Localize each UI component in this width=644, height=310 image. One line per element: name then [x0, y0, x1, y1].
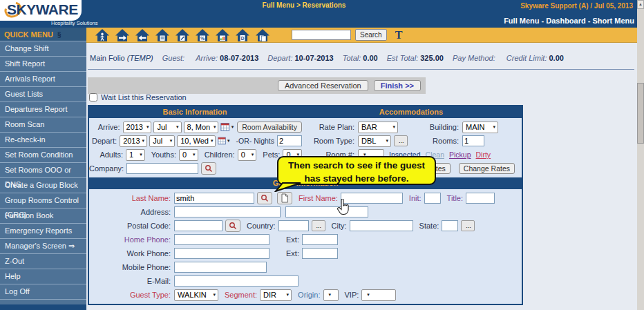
youths-select[interactable]: 0 [179, 149, 198, 161]
sidebar-item-group-rooms-control-grc[interactable]: Group Rooms Control (GRC) [0, 193, 86, 209]
top-header: SKYWARE Hospitality Solutions Full Menu … [0, 0, 644, 28]
depart-month-select[interactable]: Jul [149, 135, 175, 147]
state-input[interactable] [442, 220, 458, 231]
room-type-select[interactable]: DBL [358, 135, 391, 147]
work-phone-input[interactable] [174, 248, 269, 259]
calendar-caret-icon[interactable]: ▾ [231, 124, 234, 130]
sidebar-item-set-rooms-ooo-or-dns[interactable]: Set Rooms OOO or DNS [0, 163, 86, 178]
city-input[interactable] [350, 220, 413, 231]
calendar-caret-icon[interactable]: ▾ [227, 138, 230, 144]
first-name-input[interactable] [341, 193, 403, 204]
depart-label: Depart: [89, 137, 117, 145]
sidebar-item-help[interactable]: Help [0, 269, 86, 284]
waitlist-label: Wait List this Reservation [101, 93, 187, 101]
discounts-icon[interactable]: % [195, 28, 210, 42]
nav-dashboard[interactable]: Dashboard [546, 17, 585, 25]
home-ext-input[interactable] [302, 234, 338, 245]
work-phone-label: Work Phone: [89, 249, 171, 258]
nav-full-menu[interactable]: Full Menu [504, 17, 539, 25]
init-input[interactable] [424, 193, 441, 204]
check-out-icon[interactable] [135, 28, 150, 42]
company-search-button[interactable] [201, 162, 216, 175]
origin-label: Origin: [298, 291, 320, 299]
walk-in-icon[interactable] [95, 28, 110, 42]
toolbar-search-button[interactable]: Search [355, 29, 387, 41]
room-type-more-button[interactable]: ... [394, 135, 408, 146]
vip-select[interactable] [361, 289, 396, 301]
children-select[interactable]: 0 [238, 149, 257, 161]
reports-icon[interactable] [255, 28, 270, 42]
guest-type-select[interactable]: WALKIN [174, 289, 218, 301]
sidebar-item-change-shift[interactable]: Change Shift [0, 41, 86, 57]
mobile-phone-input[interactable] [174, 262, 267, 273]
rooms-input[interactable] [462, 135, 484, 146]
toolbar-search-input[interactable] [292, 30, 351, 40]
sidebar-item-room-scan[interactable]: Room Scan [0, 117, 86, 133]
folio-field-label: Credit Limit: [506, 54, 547, 62]
sidebar-item-z-out[interactable]: Z-Out [0, 254, 86, 269]
last-name-input[interactable] [174, 193, 254, 204]
arrive-year-select[interactable]: 2013 [123, 122, 152, 133]
quick-menu-title: QUICK MENU§ [0, 28, 86, 41]
sidebar-item-departures-report[interactable]: Departures Report [0, 102, 86, 117]
status-dirty-link[interactable]: Dirty [476, 151, 491, 159]
country-input[interactable] [278, 220, 309, 231]
depart-day-select[interactable]: 10, Wed [177, 135, 216, 147]
folio-icon[interactable] [155, 28, 170, 42]
sidebar-item-managers-screen[interactable]: Manager's Screen ⇒ [0, 239, 86, 254]
title-input[interactable] [466, 193, 495, 204]
change-rates-button[interactable]: Change Rates [459, 163, 515, 174]
sidebar-item-create-a-group-block[interactable]: Create a Group Block [0, 178, 86, 193]
sidebar-item-guest-lists[interactable]: Guest Lists [0, 87, 86, 102]
sidebar-item-shift-report[interactable]: Shift Report [0, 57, 86, 72]
rate-plan-select[interactable]: BAR [358, 122, 398, 133]
check-in-icon[interactable] [115, 28, 130, 42]
depart-year-select[interactable]: 2013 [120, 135, 147, 147]
adults-select[interactable]: 1 [126, 149, 145, 161]
sidebar-item-log-off[interactable]: Log Off [0, 284, 86, 300]
sidebar-item-emergency-reports[interactable]: Emergency Reports [0, 224, 86, 239]
home-phone-label: Home Phone: [89, 235, 171, 244]
nights-input[interactable] [277, 135, 302, 146]
sidebar-item-arrivals-report[interactable]: Arrivals Report [0, 72, 86, 87]
nav-separator: - [539, 17, 546, 25]
postal-code-search-button[interactable] [225, 220, 240, 232]
skyware-app: SKYWARE Hospitality Solutions Full Menu … [0, 0, 644, 310]
work-ext-input[interactable] [302, 248, 338, 259]
room-status-icon[interactable] [215, 28, 230, 42]
arrive-month-select[interactable]: Jul [153, 122, 181, 133]
advanced-reservation-button[interactable]: Advanced Reservation [278, 80, 368, 91]
waitlist-checkbox[interactable] [89, 93, 97, 101]
company-label: Company: [89, 164, 124, 173]
address-input[interactable] [174, 206, 281, 217]
scroll-up-icon[interactable] [637, 0, 644, 9]
company-input[interactable] [126, 163, 198, 174]
status-pickup-link[interactable]: Pickup [449, 151, 471, 159]
address2-input[interactable] [285, 206, 368, 217]
segment-select[interactable]: DIR [260, 289, 292, 301]
arrive-day-select[interactable]: 8, Mon [184, 122, 219, 133]
building-select[interactable]: MAIN [462, 122, 498, 133]
origin-select[interactable] [323, 289, 339, 301]
country-lookup-button[interactable]: ... [312, 220, 325, 231]
sidebar-item-function-book[interactable]: Function Book [0, 209, 86, 224]
guest-search-button[interactable] [257, 192, 272, 204]
registration-card-icon[interactable] [175, 28, 190, 42]
email-input[interactable] [174, 275, 299, 287]
vertical-scrollbar[interactable] [637, 0, 644, 310]
daily-report-icon[interactable]: D [235, 28, 250, 42]
state-lookup-button[interactable]: ... [461, 220, 475, 231]
nav-short-menu[interactable]: Short Menu [593, 17, 635, 25]
sidebar-item-set-room-condition[interactable]: Set Room Condition [0, 148, 86, 163]
sidebar-item-re-check-in[interactable]: Re-check-in [0, 133, 86, 148]
finish-button[interactable]: Finish >> [374, 80, 421, 91]
text-size-button[interactable]: T [395, 29, 403, 41]
scrollbar-thumb[interactable] [637, 83, 644, 144]
arrive-calendar-icon[interactable] [220, 122, 230, 132]
header-nav: Full Menu - Dashboard - Short Menu [504, 17, 634, 25]
home-phone-input[interactable] [174, 234, 269, 245]
postal-code-input[interactable] [174, 220, 222, 231]
depart-calendar-icon[interactable] [218, 136, 227, 146]
new-guest-button[interactable] [277, 192, 292, 204]
room-availability-button[interactable]: Room Availability [237, 122, 302, 133]
